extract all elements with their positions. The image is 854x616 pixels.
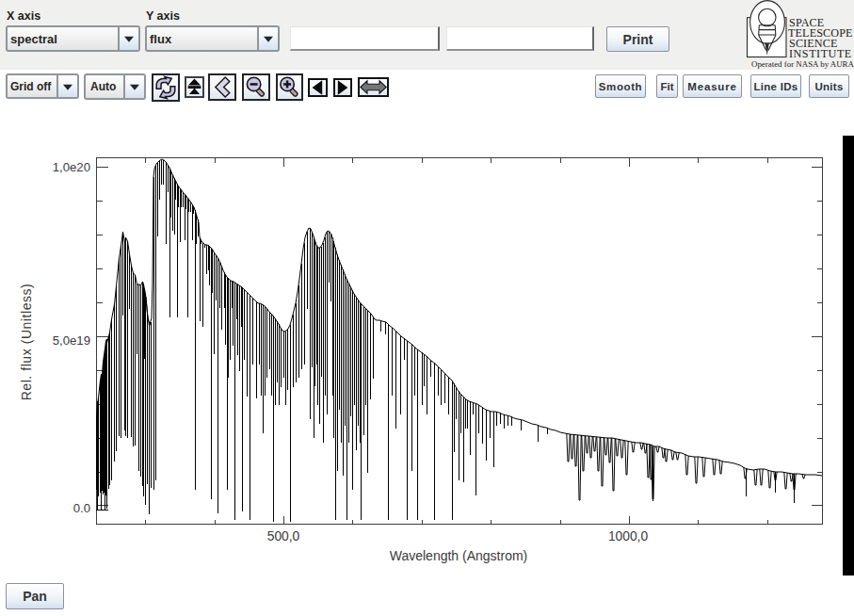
svg-text:1000,0: 1000,0 [608, 529, 649, 543]
svg-text:INSTITUTE: INSTITUTE [789, 47, 852, 60]
svg-text:0.0: 0.0 [73, 501, 90, 515]
svg-text:500,0: 500,0 [267, 529, 300, 543]
svg-text:5,0e19: 5,0e19 [53, 333, 90, 348]
svg-text:1,0e20: 1,0e20 [53, 160, 90, 174]
svg-text:Rel. flux (Unitless): Rel. flux (Unitless) [19, 284, 34, 401]
svg-text:Operated for NASA by AURA: Operated for NASA by AURA [751, 59, 854, 69]
svg-text:Wavelength (Angstrom): Wavelength (Angstrom) [390, 548, 528, 563]
